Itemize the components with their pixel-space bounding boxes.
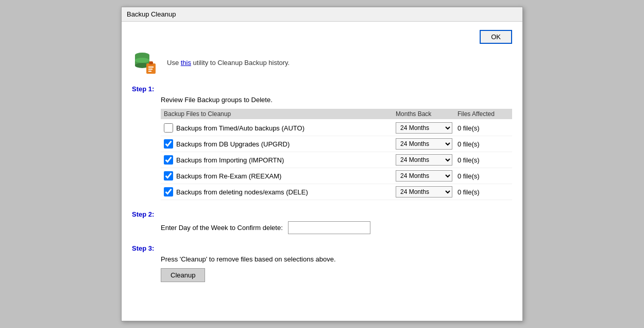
row-months-auto: 3 Months6 Months12 Months18 Months24 Mon… — [396, 122, 457, 134]
table-row: Backups from Importing (IMPORTN)3 Months… — [161, 152, 512, 168]
row-files-reexam: 0 file(s) — [457, 172, 509, 180]
row-files-importn: 0 file(s) — [457, 156, 509, 164]
dialog-title: Backup Cleanup — [127, 10, 176, 18]
row-checkbox-upgrd[interactable] — [164, 139, 173, 149]
step2-desc: Enter Day of the Week to Confirm delete: — [161, 224, 283, 232]
cleanup-button[interactable]: Cleanup — [161, 268, 205, 282]
dialog-body: OK Use this utility to Cleanup Backup hi… — [122, 22, 522, 292]
row-checkbox-auto[interactable] — [164, 123, 173, 133]
row-label-upgrd: Backups from DB Upgrades (UPGRD) — [176, 140, 396, 148]
row-files-auto: 0 file(s) — [457, 124, 509, 132]
row-files-upgrd: 0 file(s) — [457, 140, 509, 148]
row-checkbox-dele[interactable] — [164, 187, 173, 196]
row-files-dele: 0 file(s) — [457, 188, 509, 196]
row-label-auto: Backups from Timed/Auto backups (AUTO) — [176, 124, 396, 132]
intro-text: Use this utility to Cleanup Backup histo… — [167, 59, 290, 67]
step2-label: Step 2: — [132, 210, 512, 218]
step3-desc: Press 'Cleanup' to remove files based on… — [161, 255, 512, 263]
ok-button[interactable]: OK — [480, 30, 512, 44]
backup-table: Backup Files to Cleanup Months Back File… — [161, 109, 512, 200]
row-months-upgrd: 3 Months6 Months12 Months18 Months24 Mon… — [396, 138, 457, 150]
row-label-importn: Backups from Importing (IMPORTN) — [176, 156, 396, 164]
row-label-reexam: Backups from Re-Exam (REEXAM) — [176, 172, 396, 180]
step3-section: Step 3: Press 'Cleanup' to remove files … — [132, 244, 512, 282]
svg-rect-5 — [149, 61, 153, 64]
table-row: Backups from deleting nodes/exams (DELE)… — [161, 184, 512, 200]
row-months-dele: 3 Months6 Months12 Months18 Months24 Mon… — [396, 186, 457, 198]
table-rows-container: Backups from Timed/Auto backups (AUTO)3 … — [161, 120, 512, 200]
col-header-files: Files Affected — [457, 110, 509, 118]
months-select-auto[interactable]: 3 Months6 Months12 Months18 Months24 Mon… — [396, 122, 452, 134]
ok-btn-row: OK — [132, 30, 512, 44]
step3-label: Step 3: — [132, 244, 512, 252]
table-row: Backups from DB Upgrades (UPGRD)3 Months… — [161, 136, 512, 152]
intro-link[interactable]: this — [181, 59, 191, 67]
svg-point-3 — [135, 58, 149, 63]
step2-section: Step 2: Enter Day of the Week to Confirm… — [132, 210, 512, 234]
table-row: Backups from Re-Exam (REEXAM)3 Months6 M… — [161, 168, 512, 184]
svg-rect-7 — [148, 69, 152, 70]
table-header: Backup Files to Cleanup Months Back File… — [161, 109, 512, 119]
logo-area: Use this utility to Cleanup Backup histo… — [132, 49, 512, 76]
months-select-upgrd[interactable]: 3 Months6 Months12 Months18 Months24 Mon… — [396, 138, 452, 150]
row-label-dele: Backups from deleting nodes/exams (DELE) — [176, 188, 396, 196]
table-row: Backups from Timed/Auto backups (AUTO)3 … — [161, 120, 512, 136]
app-icon — [132, 49, 159, 76]
step1-section: Step 1: Review File Backup groups to Del… — [132, 85, 512, 200]
svg-rect-6 — [148, 67, 154, 68]
col-header-months: Months Back — [396, 110, 457, 118]
months-select-dele[interactable]: 3 Months6 Months12 Months18 Months24 Mon… — [396, 186, 452, 198]
months-select-reexam[interactable]: 3 Months6 Months12 Months18 Months24 Mon… — [396, 170, 452, 182]
row-months-reexam: 3 Months6 Months12 Months18 Months24 Mon… — [396, 170, 457, 182]
step2-row: Enter Day of the Week to Confirm delete: — [161, 221, 512, 234]
svg-rect-8 — [148, 71, 151, 72]
step1-desc: Review File Backup groups to Delete. — [161, 96, 512, 104]
row-months-importn: 3 Months6 Months12 Months18 Months24 Mon… — [396, 154, 457, 166]
day-of-week-input[interactable] — [288, 221, 370, 234]
col-header-name: Backup Files to Cleanup — [164, 110, 396, 118]
dialog: Backup Cleanup OK Use this utility t — [121, 7, 523, 321]
step1-label: Step 1: — [132, 85, 512, 93]
months-select-importn[interactable]: 3 Months6 Months12 Months18 Months24 Mon… — [396, 154, 452, 166]
row-checkbox-importn[interactable] — [164, 155, 173, 165]
row-checkbox-reexam[interactable] — [164, 171, 173, 181]
title-bar: Backup Cleanup — [122, 7, 522, 22]
